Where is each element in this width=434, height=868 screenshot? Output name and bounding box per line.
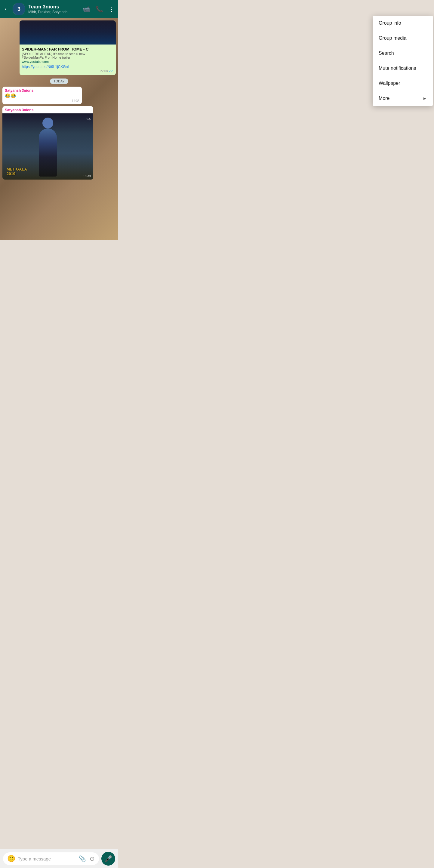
dropdown-overlay[interactable]: Group info Group media Search Mute notif…	[0, 0, 118, 256]
